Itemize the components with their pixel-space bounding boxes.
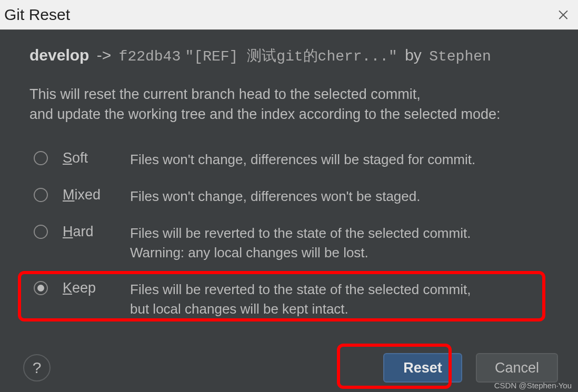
reset-mode-options: Soft Files won't change, differences wil…	[29, 140, 549, 327]
dialog-content: develop -> f22db43 "[REF] 测试git的cherr...…	[0, 30, 578, 327]
description-line1: This will reset the current branch head …	[29, 85, 549, 105]
option-hard[interactable]: Hard Files will be reverted to the state…	[29, 214, 549, 270]
option-keep[interactable]: Keep Files will be reverted to the state…	[29, 270, 549, 327]
dialog-title: Git Reset	[4, 6, 70, 24]
arrow-text: ->	[97, 46, 112, 64]
help-button[interactable]: ?	[23, 354, 51, 381]
desc-soft: Files won't change, differences will be …	[130, 149, 475, 169]
description: This will reset the current branch head …	[29, 85, 549, 125]
label-hard: Hard	[63, 223, 115, 240]
radio-soft[interactable]	[34, 151, 48, 165]
label-soft: Soft	[63, 149, 115, 166]
desc-hard: Files will be reverted to the state of t…	[130, 223, 471, 262]
radio-mixed[interactable]	[34, 188, 48, 202]
commit-message: "[REF] 测试git的cherr..."	[185, 48, 397, 65]
help-icon: ?	[33, 359, 42, 377]
desc-mixed: Files won't change, differences won't be…	[130, 186, 420, 206]
cancel-button[interactable]: Cancel	[476, 353, 558, 383]
dialog-footer: ? Reset Cancel	[0, 353, 578, 383]
description-line2: and update the working tree and the inde…	[29, 105, 549, 125]
label-mixed: Mixed	[63, 186, 115, 203]
radio-hard[interactable]	[34, 225, 48, 239]
commit-summary: develop -> f22db43 "[REF] 测试git的cherr...…	[29, 46, 549, 66]
reset-button[interactable]: Reset	[383, 353, 462, 383]
close-icon[interactable]	[556, 7, 571, 22]
label-keep: Keep	[63, 279, 115, 296]
option-mixed[interactable]: Mixed Files won't change, differences wo…	[29, 177, 549, 214]
branch-name: develop	[29, 46, 89, 64]
titlebar: Git Reset	[0, 0, 578, 30]
commit-hash: f22db43	[119, 48, 181, 65]
desc-keep: Files will be reverted to the state of t…	[130, 279, 471, 318]
radio-keep[interactable]	[34, 281, 48, 295]
option-soft[interactable]: Soft Files won't change, differences wil…	[29, 140, 549, 177]
by-text: by	[405, 46, 422, 64]
action-buttons: Reset Cancel	[383, 353, 558, 383]
commit-author: Stephen	[429, 48, 491, 65]
